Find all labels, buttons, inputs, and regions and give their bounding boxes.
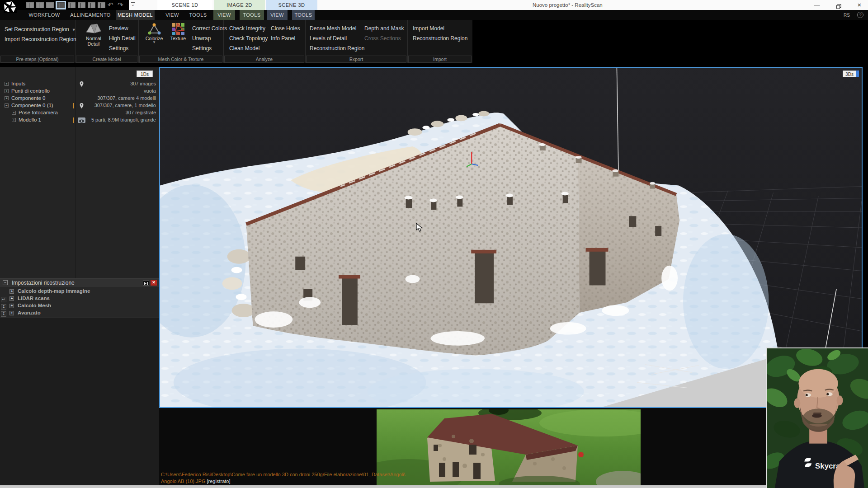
ribbon-section-presteps: Set Reconstruction Region▼ Import Recons… [0, 20, 75, 63]
window-title: Nuovo progetto* - RealityScan [533, 0, 603, 10]
layout-icon-8[interactable] [98, 2, 105, 8]
tree-row-componente-0-1[interactable]: − Componente 0 (1) 307/307, camere, 1 mo… [0, 102, 159, 109]
settings-panel-title: Impostazioni ricostruzione [12, 280, 75, 286]
minimize-button[interactable]: — [809, 0, 825, 10]
expand-icon[interactable]: + [9, 296, 14, 301]
expand-icon[interactable]: + [5, 96, 9, 100]
ribbon-label-create-model: Create Model [76, 56, 137, 63]
close-holes-button[interactable]: Close Holes [271, 25, 300, 32]
menu-view[interactable]: VIEW [163, 10, 182, 20]
close-button[interactable]: × [852, 0, 867, 10]
texture-icon [172, 23, 184, 35]
mouse-cursor [416, 223, 424, 232]
layout-icon-2[interactable] [36, 2, 44, 8]
tab-scene-1d[interactable]: SCENE 1D [157, 0, 212, 10]
expand-icon[interactable]: + [9, 289, 14, 294]
tree-row-modello-1[interactable]: + Modello 1 5 parti, 8.9M triangoli, gra… [0, 117, 159, 124]
preview-button[interactable]: Preview [109, 25, 128, 32]
mesh-icon [85, 23, 102, 35]
window-bottom-edge [0, 485, 868, 488]
levels-of-detail-button[interactable]: Levels of Detail [310, 35, 347, 42]
layout-icon-7[interactable] [88, 2, 95, 8]
tree-row-punti-di-controllo[interactable]: + Punti di controllo vuota [0, 88, 159, 95]
dense-mesh-model-button[interactable]: Dense Mesh Model [310, 25, 356, 32]
texture-settings-button[interactable]: Settings [192, 45, 212, 52]
eye-icon[interactable] [78, 117, 85, 123]
ribbon-collapse-icon[interactable]: ⌄ [130, 1, 136, 6]
status-path: C:\Users\Federico Risi\Desktop\Come fare… [161, 472, 406, 477]
selection-bar [73, 103, 74, 108]
import-reconstruction-region-button[interactable]: Import Reconstruction Region [5, 36, 76, 42]
menu-tools[interactable]: TOOLS [187, 10, 209, 20]
import-reconstruction-region-button2[interactable]: Reconstruction Region [413, 35, 467, 42]
viewport-3d[interactable]: 3Ds [159, 67, 863, 408]
menu-tools-image2d[interactable]: TOOLS [240, 10, 264, 20]
clean-model-button[interactable]: Clean Model [229, 45, 259, 52]
bottom-strip: C:\Users\Federico Risi\Desktop\Come fare… [159, 408, 868, 488]
expand-icon[interactable]: + [12, 111, 16, 115]
pin-icon [80, 81, 84, 87]
texture-button[interactable]: Texture [167, 23, 189, 41]
ribbon-section-import: Import Model Reconstruction Region Impor… [408, 20, 472, 63]
create-settings-button[interactable]: Settings [109, 45, 128, 52]
ribbon-label-export: Export [306, 56, 406, 63]
menu-mesh-model[interactable]: MESH MODEL [116, 10, 155, 20]
tab-image-2d[interactable]: IMAGE 2D [214, 0, 265, 10]
status-file: Angolo AB (10).JPG [registrato] [161, 479, 230, 484]
expand-icon[interactable]: + [9, 311, 14, 315]
unwrap-button[interactable]: Unwrap [192, 35, 211, 42]
depth-and-mask-button[interactable]: Depth and Mask [364, 25, 404, 32]
check-topology-button[interactable]: Check Topology [229, 35, 268, 42]
photo-thumbnail[interactable] [377, 409, 641, 487]
menu-view-scene3d[interactable]: VIEW [267, 10, 288, 20]
expand-icon[interactable]: + [5, 89, 9, 93]
webcam-video: Skycrab [767, 348, 868, 488]
ribbon-section-analyze: Check Integrity Check Topology Clean Mod… [224, 20, 306, 63]
layout-icon-6[interactable] [78, 2, 85, 8]
normal-detail-button[interactable]: Normal Detail [81, 23, 106, 47]
dock-panel-icon[interactable] [143, 280, 149, 286]
ribbon-label-analyze: Analyze [224, 56, 304, 63]
layout-icon-4-selected[interactable] [57, 2, 65, 8]
menu-view-image2d[interactable]: VIEW [213, 10, 235, 20]
layout-icon-1[interactable] [26, 2, 34, 8]
undo-icon[interactable]: ↶ [108, 1, 113, 9]
tree-row-componente-0[interactable]: + Componente 0 307/307, camere 4 modelli [0, 95, 159, 102]
expand-icon[interactable]: + [9, 304, 14, 308]
tab-scene-3d[interactable]: SCENE 3D [266, 0, 317, 10]
expand-icon[interactable]: + [12, 118, 16, 122]
collapse-icon[interactable]: − [5, 103, 9, 108]
maximize-button[interactable] [831, 0, 846, 10]
left-panel: 1Ds + Inputs 307 images + Punti di contr… [0, 67, 159, 488]
dock-mini-icon-1[interactable]: ↩ [1, 297, 6, 302]
layout-icon-5[interactable] [68, 2, 75, 8]
chevron-down-icon: ▼ [142, 41, 166, 44]
menu-tools-scene3d[interactable]: TOOLS [292, 10, 315, 20]
collapse-panel-icon[interactable]: − [3, 280, 8, 285]
dock-mini-icon-3[interactable]: ↧ [1, 311, 6, 317]
webcam-overlay: Skycrab [766, 347, 868, 488]
layout-icon-3[interactable] [46, 2, 54, 8]
status-registered: [registrato] [207, 479, 231, 484]
tree-row-pose-fotocamera[interactable]: + Pose fotocamera 307 registrate [0, 109, 159, 117]
redo-icon[interactable]: ↷ [118, 1, 123, 9]
export-reconstruction-region-button[interactable]: Reconstruction Region [310, 45, 364, 52]
set-reconstruction-region-button[interactable]: Set Reconstruction Region▼ [5, 26, 76, 33]
ribbon-label-mesh-color: Mesh Color & Texture [139, 56, 222, 63]
help-icon[interactable]: ? [857, 12, 863, 18]
check-integrity-button[interactable]: Check Integrity [229, 25, 265, 32]
expand-icon[interactable]: + [5, 82, 9, 86]
import-model-button[interactable]: Import Model [413, 25, 444, 32]
tree-row-inputs[interactable]: + Inputs 307 images [0, 80, 159, 88]
correct-colors-button[interactable]: Correct Colors [192, 25, 227, 32]
colorize-button[interactable]: Colorize ▼ [142, 23, 166, 44]
dock-mini-icon-2[interactable]: ↥ [1, 304, 6, 310]
info-panel-button[interactable]: Info Panel [271, 35, 295, 42]
menu-workflow[interactable]: WORKFLOW [28, 10, 61, 20]
menu-allineamento[interactable]: ALLINEAMENTO [69, 10, 112, 20]
badge-3ds[interactable]: 3Ds [843, 70, 859, 77]
settings-panel-header[interactable]: − Impostazioni ricostruzione ✕ [0, 279, 159, 287]
badge-1ds[interactable]: 1Ds [137, 70, 153, 77]
close-panel-icon[interactable]: ✕ [151, 280, 157, 286]
high-detail-button[interactable]: High Detail [109, 35, 136, 42]
